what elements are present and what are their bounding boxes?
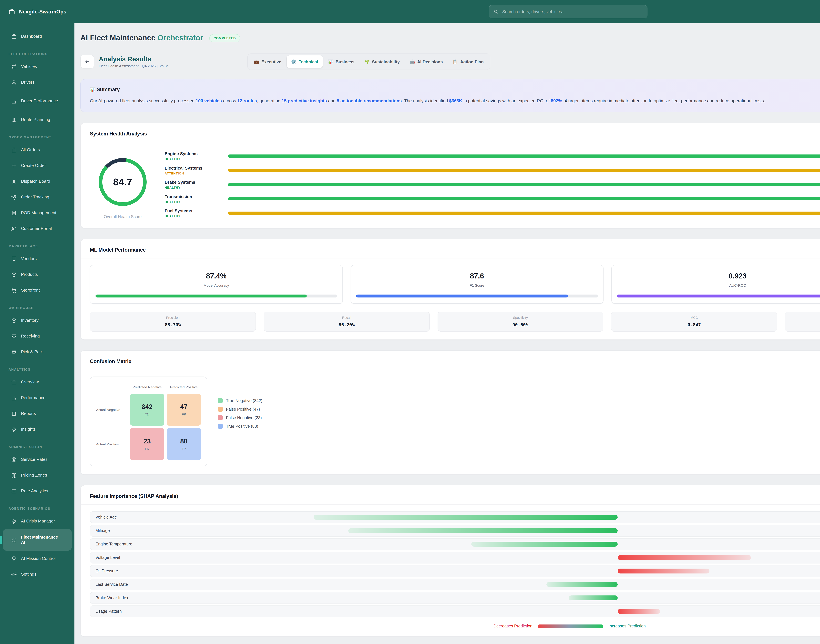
tab-executive[interactable]: 💼Executive — [249, 55, 286, 68]
shopping-cart-icon — [11, 287, 17, 293]
health-bar — [228, 154, 820, 158]
sidebar-item-driver-performance[interactable]: Driver Performance — [3, 90, 72, 112]
sidebar-item-service-rates[interactable]: Service Rates — [3, 452, 72, 468]
sidebar-item-dashboard[interactable]: Dashboard — [3, 29, 72, 44]
health-row-transmission: TransmissionHEALTHY 89% — [165, 192, 820, 206]
shap-bar — [348, 528, 618, 533]
sidebar-item-pick-pack[interactable]: Pick & Pack — [3, 344, 72, 360]
repeat-arrows-icon — [11, 64, 17, 69]
shap-row-usage-pattern: Usage Pattern-0.045 — [90, 606, 820, 618]
shap-row-oil-pressure: Oil Pressure-0.098 — [90, 565, 820, 577]
shap-bar — [546, 582, 618, 587]
sidebar-item-dispatch-board[interactable]: Dispatch Board — [3, 173, 72, 189]
sidebar-item-fleet-maintenance-ai[interactable]: Fleet Maintenance AI — [3, 529, 72, 551]
status-label: ATTENTION — [165, 172, 228, 175]
sidebar-item-route-planning[interactable]: Route Planning — [3, 112, 72, 127]
shap-gradient-bar — [538, 624, 603, 628]
send-icon — [11, 194, 17, 200]
legend-swatch-fn — [218, 416, 223, 420]
sidebar-item-performance[interactable]: Performance — [3, 390, 72, 406]
health-bar — [228, 212, 820, 215]
sidebar-item-pricing-zones[interactable]: Pricing Zones — [3, 468, 72, 483]
sidebar-item-inventory[interactable]: Inventory — [3, 313, 72, 328]
building-icon — [11, 256, 17, 262]
health-row-fuel: Fuel SystemsHEALTHY 82% — [165, 206, 820, 220]
bar-chart-emoji-icon: 📊 — [328, 59, 333, 64]
shap-bar — [618, 609, 660, 614]
sidebar-item-rate-analytics[interactable]: Rate Analytics — [3, 483, 72, 499]
sidebar-section-administration: ADMINISTRATION — [0, 442, 74, 452]
bar-chart-icon — [11, 395, 17, 401]
sidebar-item-customer-portal[interactable]: Customer Portal — [3, 221, 72, 236]
legend-swatch-fp — [218, 407, 223, 412]
global-search[interactable] — [489, 5, 647, 18]
sidebar-item-settings[interactable]: Settings — [3, 566, 72, 582]
sidebar-item-insights[interactable]: Insights — [3, 422, 72, 437]
sidebar-item-products[interactable]: Products — [3, 267, 72, 282]
tab-business[interactable]: 📊Business — [323, 55, 359, 68]
sidebar-item-all-orders[interactable]: All Orders — [3, 142, 72, 158]
document-icon — [11, 411, 17, 416]
map-icon — [11, 117, 17, 123]
shap-bar — [314, 515, 618, 520]
sidebar-item-order-tracking[interactable]: Order Tracking — [3, 189, 72, 205]
sidebar-item-storefront[interactable]: Storefront — [3, 282, 72, 298]
sidebar-item-ai-crisis-manager[interactable]: AI Crisis Manager — [3, 513, 72, 529]
shap-legend: Decreases Prediction Increases Predictio… — [90, 624, 820, 629]
dollar-circle-icon — [11, 457, 17, 462]
chart-box-icon — [11, 488, 17, 494]
columns-icon — [11, 179, 17, 184]
shap-bar — [471, 542, 618, 547]
legend-swatch-tp — [218, 424, 223, 429]
back-button[interactable] — [80, 55, 94, 69]
users-icon — [11, 226, 17, 232]
search-input[interactable] — [501, 9, 642, 14]
page-title: AI Fleet Maintenance Orchestrator — [80, 33, 203, 42]
tab-ai-decisions[interactable]: 🤖AI Decisions — [405, 55, 448, 68]
sidebar-item-drivers[interactable]: Drivers — [3, 74, 72, 90]
sidebar-item-receiving[interactable]: Receiving — [3, 328, 72, 344]
tab-sustainability[interactable]: 🌱Sustainability — [360, 55, 405, 68]
status-label: HEALTHY — [165, 186, 228, 189]
confusion-matrix-card: Confusion Matrix Predicted Negative Pred… — [80, 350, 820, 475]
system-health-card: System Health Analysis 84.7 Overall Heal… — [80, 123, 820, 228]
health-row-electrical: Electrical SystemsATTENTION 78% — [165, 163, 820, 178]
brand-name: Nexgile-SwarmOps — [19, 9, 66, 15]
results-subtitle: Fleet Health Assessment - Q4 2025 | 3m 8… — [99, 64, 169, 68]
feature-importance-card: Feature Importance (SHAP Analysis) Vehic… — [80, 485, 820, 637]
map-icon — [11, 472, 17, 478]
ml-performance-title: ML Model Performance — [90, 247, 820, 253]
zap-icon — [11, 426, 17, 432]
health-row-brake: Brake SystemsHEALTHY 86% — [165, 178, 820, 192]
health-bar — [228, 197, 820, 200]
tab-technical[interactable]: ⚙️Technical — [287, 55, 323, 68]
cell-true-negative: 842TN — [130, 394, 164, 426]
sidebar-item-ai-mission-control[interactable]: AI Mission Control — [3, 551, 72, 566]
results-header: Analysis Results Fleet Health Assessment… — [80, 54, 820, 70]
shap-row-voltage-level: Voltage Level-0.142 — [90, 552, 820, 564]
sidebar-section-analytics: ANALYTICS — [0, 364, 74, 374]
main-content: AI Fleet Maintenance Orchestrator COMPLE… — [74, 23, 820, 644]
bag-icon — [11, 147, 17, 153]
sidebar-item-create-order[interactable]: Create Order — [3, 158, 72, 173]
metric-mcc: MCC0.847 — [611, 312, 777, 332]
puzzle-icon — [11, 537, 17, 543]
app-viewport: Nexgile-SwarmOps Dashboard FLEET OPERATI… — [0, 0, 820, 644]
plus-icon — [11, 163, 17, 169]
sidebar-item-reports[interactable]: Reports — [3, 406, 72, 422]
sidebar-item-vehicles[interactable]: Vehicles — [3, 59, 72, 74]
tab-action-plan[interactable]: 📋Action Plan — [448, 55, 488, 68]
system-health-title: System Health Analysis — [90, 131, 820, 137]
sidebar-section-order-management: ORDER MANAGEMENT — [0, 132, 74, 142]
cell-true-positive: 88TP — [167, 428, 201, 460]
sidebar-item-vendors[interactable]: Vendors — [3, 251, 72, 267]
health-bar — [228, 183, 820, 186]
results-title: Analysis Results — [99, 55, 169, 63]
sidebar-item-pod-management[interactable]: POD Management — [3, 205, 72, 221]
inbox-icon — [11, 333, 17, 339]
briefcase-logo-icon — [9, 8, 15, 15]
bar-chart-emoji-icon: 📊 — [90, 87, 95, 92]
page-title-accent: Orchestrator — [158, 33, 203, 42]
briefcase-icon — [11, 34, 17, 39]
sidebar-item-overview[interactable]: Overview — [3, 374, 72, 390]
